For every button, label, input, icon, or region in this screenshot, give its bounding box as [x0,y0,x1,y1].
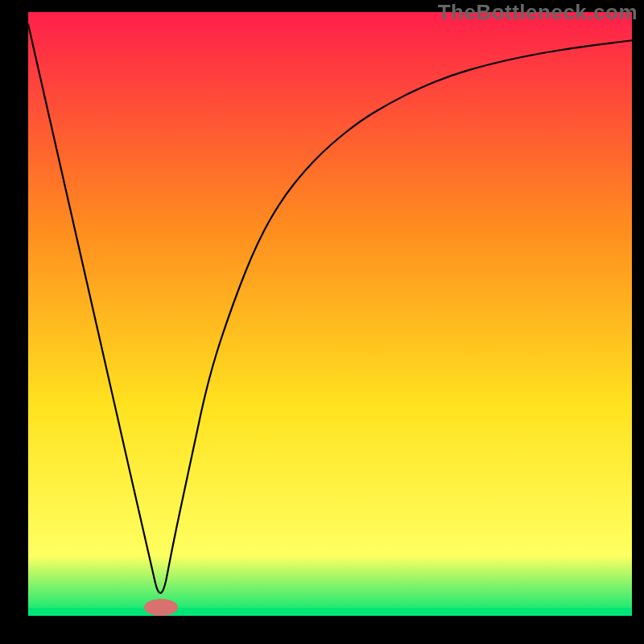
plot-svg [28,12,632,616]
chart-frame: TheBottleneck.com [0,0,644,644]
watermark: TheBottleneck.com [438,0,638,25]
gradient-bg [28,12,632,616]
plot-area [28,12,632,616]
sweet-spot-marker [144,599,178,616]
baseline-band [28,608,632,616]
